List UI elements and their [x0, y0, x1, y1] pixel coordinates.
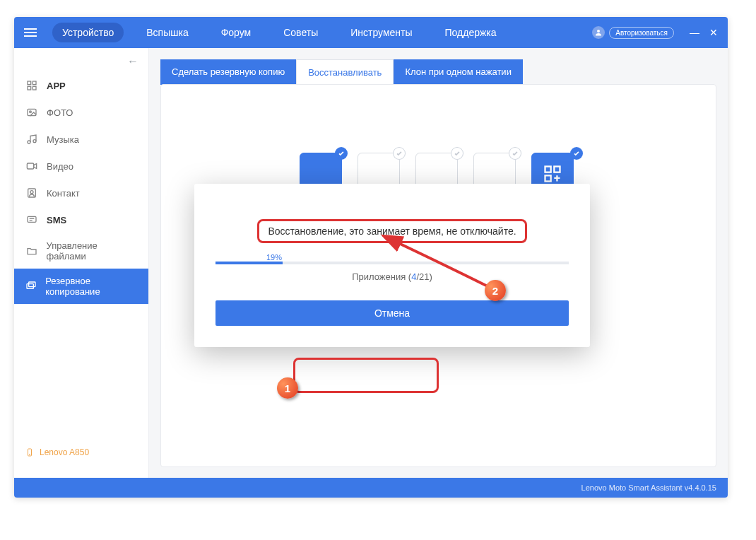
svg-rect-4 — [33, 86, 36, 90]
annotation-marker-2: 2 — [485, 280, 506, 301]
tab-clone[interactable]: Клон при одном нажатии — [394, 59, 522, 85]
tab-restore[interactable]: Восстанавливать — [296, 59, 394, 85]
sub-tabs: Сделать резервную копию Восстанавливать … — [160, 59, 716, 85]
user-icon — [592, 26, 605, 39]
sidebar-item-label: Управление файлами — [47, 240, 137, 262]
contact-icon — [25, 187, 38, 199]
sidebar-item-label: Музыка — [47, 134, 79, 145]
music-icon — [25, 133, 38, 146]
user-area: Авторизоваться — [592, 26, 674, 39]
menu-icon[interactable] — [24, 25, 38, 40]
video-icon — [25, 160, 38, 172]
svg-point-16 — [30, 454, 30, 455]
version-label: Lenovo Moto Smart Assistant v4.4.0.15 — [581, 483, 716, 492]
sidebar-item-label: Резервное копирование — [45, 276, 137, 297]
device-indicator[interactable]: Lenovo A850 — [14, 440, 148, 465]
nav-flash[interactable]: Вспышка — [136, 23, 198, 42]
nav-device[interactable]: Устройство — [52, 23, 124, 42]
svg-rect-3 — [28, 86, 31, 90]
progress-label: Приложения (4/21) — [215, 271, 569, 282]
svg-point-6 — [30, 111, 32, 113]
statusbar: Lenovo Moto Smart Assistant v4.4.0.15 — [14, 478, 728, 498]
nav-support[interactable]: Поддержка — [435, 23, 507, 42]
nav-tips[interactable]: Советы — [273, 23, 328, 42]
dialog-message: Восстановление, это занимает время, не о… — [257, 219, 526, 243]
sidebar-item-label: ФОТО — [47, 107, 73, 118]
svg-point-7 — [28, 141, 30, 143]
sidebar-item-sms[interactable]: SMS — [14, 206, 148, 233]
sidebar: ← АРР ФОТО Музыка — [14, 48, 149, 478]
sidebar-item-label: SMS — [47, 215, 66, 225]
nav-tools[interactable]: Инструменты — [341, 23, 422, 42]
svg-point-8 — [33, 140, 36, 143]
apps-icon — [25, 79, 38, 92]
annotation-marker-1: 1 — [277, 377, 298, 399]
progress-fill — [215, 262, 283, 264]
svg-point-11 — [30, 191, 33, 194]
back-icon[interactable]: ← — [14, 48, 148, 68]
svg-rect-2 — [33, 81, 36, 85]
dialog-cancel-button[interactable]: Отмена — [215, 300, 569, 326]
sidebar-item-app[interactable]: АРР — [14, 72, 148, 99]
sidebar-item-video[interactable]: Видео — [14, 153, 148, 180]
sidebar-item-music[interactable]: Музыка — [14, 126, 148, 153]
close-icon[interactable]: ✕ — [709, 27, 718, 38]
progress-dialog: Восстановление, это занимает время, не о… — [194, 184, 590, 347]
progress-percent: 19% — [266, 253, 569, 262]
check-icon — [451, 147, 463, 160]
nav-forum[interactable]: Форум — [211, 23, 261, 42]
sms-icon — [25, 213, 38, 226]
svg-rect-12 — [28, 216, 36, 222]
sidebar-item-label: АРР — [47, 81, 66, 91]
svg-rect-17 — [545, 167, 550, 172]
svg-rect-1 — [28, 81, 31, 85]
sidebar-item-files[interactable]: Управление файлами — [14, 233, 148, 269]
svg-rect-18 — [554, 167, 560, 172]
progress-bar — [215, 262, 569, 264]
sidebar-item-contact[interactable]: Контакт — [14, 180, 148, 206]
folder-icon — [25, 245, 38, 257]
nav-tabs: Устройство Вспышка Форум Советы Инструме… — [52, 23, 507, 42]
check-icon — [570, 147, 583, 160]
window-controls: — ✕ — [690, 27, 718, 38]
minimize-icon[interactable]: — — [690, 27, 699, 38]
tab-backup[interactable]: Сделать резервную копию — [160, 59, 296, 85]
check-icon — [335, 147, 348, 160]
svg-point-0 — [597, 30, 600, 33]
sidebar-item-backup[interactable]: Резервное копирование — [14, 269, 148, 304]
device-name: Lenovo A850 — [40, 447, 89, 457]
sidebar-item-label: Видео — [47, 161, 73, 172]
sidebar-item-label: Контакт — [47, 188, 80, 199]
check-icon — [393, 147, 406, 160]
sidebar-item-photo[interactable]: ФОТО — [14, 99, 148, 126]
phone-icon — [25, 447, 34, 458]
app-window: Устройство Вспышка Форум Советы Инструме… — [14, 17, 728, 498]
login-button[interactable]: Авторизоваться — [609, 27, 674, 39]
svg-rect-9 — [27, 163, 33, 169]
titlebar: Устройство Вспышка Форум Советы Инструме… — [14, 17, 728, 48]
photo-icon — [25, 106, 38, 119]
backup-icon — [25, 280, 37, 293]
check-icon — [509, 147, 521, 160]
svg-rect-19 — [545, 175, 550, 181]
